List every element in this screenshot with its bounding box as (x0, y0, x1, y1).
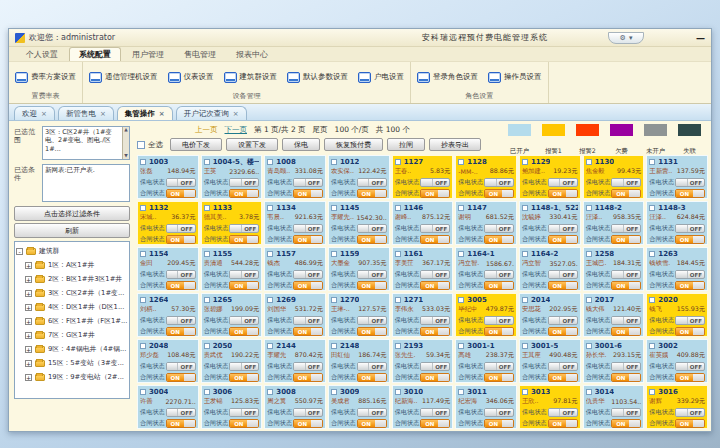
meter-card[interactable]: 1164-2 冯立智 3527.05. 保电状态 OFF 合闸状态 ON (519, 247, 581, 291)
scroll-up-icon[interactable]: ▲ (124, 127, 127, 133)
card-checkbox[interactable] (586, 389, 592, 395)
card-checkbox[interactable] (331, 297, 337, 303)
meter-card[interactable]: 3008 周之翼 550.97元 保电状态 OFF 合闸状态 ON (264, 385, 326, 429)
meter-card[interactable]: 3001-5 王其座 490.48元 保电状态 OFF 合闸状态 ON (519, 339, 581, 383)
switch-toggle[interactable]: ON (229, 327, 259, 336)
switch-toggle[interactable]: ON (293, 327, 323, 336)
skin-button[interactable]: ⚙ ▾ (608, 32, 644, 44)
protect-toggle[interactable]: OFF (611, 270, 641, 279)
scroll-down-icon[interactable]: ▼ (124, 153, 127, 159)
protect-toggle[interactable]: OFF (166, 362, 196, 371)
switch-toggle[interactable]: ON (229, 189, 259, 198)
switch-toggle[interactable]: ON (611, 281, 641, 290)
protect-toggle[interactable]: OFF (357, 270, 387, 279)
toolbar-button[interactable]: 保电 (282, 138, 320, 151)
protect-toggle[interactable]: OFF (548, 408, 578, 417)
protect-toggle[interactable]: OFF (675, 224, 705, 233)
switch-toggle[interactable]: ON (229, 419, 259, 428)
meter-card[interactable]: 1129 鲍加建.. 19.23元 保电状态 OFF 合闸状态 ON (519, 155, 581, 199)
meter-card[interactable]: 2048 郑少磊 108.48元 保电状态 OFF 合闸状态 ON (137, 339, 199, 383)
tree-root[interactable]: - 建筑群 (16, 244, 128, 258)
protect-toggle[interactable]: OFF (166, 316, 196, 325)
card-checkbox[interactable] (395, 389, 401, 395)
card-checkbox[interactable] (204, 205, 210, 211)
expand-icon[interactable]: + (25, 318, 32, 325)
card-checkbox[interactable] (331, 389, 337, 395)
switch-toggle[interactable]: ON (484, 281, 514, 290)
protect-toggle[interactable]: OFF (229, 408, 259, 417)
card-checkbox[interactable] (458, 251, 464, 257)
switch-toggle[interactable]: ON (166, 419, 196, 428)
selected-range-box[interactable]: 3区：C区2#井（1#变电、2#变电、图电./区1#... ▲ ▼ (42, 126, 130, 160)
protect-toggle[interactable]: OFF (611, 316, 641, 325)
card-checkbox[interactable] (204, 251, 210, 257)
switch-toggle[interactable]: ON (548, 373, 578, 382)
card-checkbox[interactable] (395, 297, 401, 303)
protect-toggle[interactable]: OFF (548, 316, 578, 325)
ribbon-button[interactable]: 操作员设置 (488, 72, 542, 83)
switch-toggle[interactable]: ON (484, 419, 514, 428)
collapse-icon[interactable]: - (16, 248, 23, 255)
protect-toggle[interactable]: OFF (166, 270, 196, 279)
card-checkbox[interactable] (267, 159, 273, 165)
meter-card[interactable]: 2144 李耀先 870.42元 保电状态 OFF 合闸状态 ON (264, 339, 326, 383)
tree-item[interactable]: + 4区：D区1#井（D区1... (16, 300, 128, 314)
meter-card[interactable]: 1148-3 汪泽.. 624.84元 保电状态 OFF 合闸状态 ON (646, 201, 708, 245)
card-checkbox[interactable] (649, 159, 655, 165)
switch-toggle[interactable]: ON (420, 189, 450, 198)
card-checkbox[interactable] (649, 251, 655, 257)
menu-tab[interactable]: 售电管理 (175, 48, 225, 61)
card-checkbox[interactable] (204, 389, 210, 395)
close-icon[interactable]: × (41, 110, 47, 118)
card-checkbox[interactable] (395, 343, 401, 349)
switch-toggle[interactable]: ON (420, 327, 450, 336)
meter-card[interactable]: 1130 焦金毅 99.43元 保电状态 OFF 合闸状态 ON (583, 155, 645, 199)
meter-card[interactable]: 1146 谢峰.. 875.12元 保电状态 OFF 合闸状态 ON (392, 201, 454, 245)
switch-toggle[interactable]: ON (548, 189, 578, 198)
switch-toggle[interactable]: ON (293, 373, 323, 382)
meter-card[interactable]: 3009 吴成君 885.16元 保电状态 OFF 合闸状态 ON (328, 385, 390, 429)
switch-toggle[interactable]: ON (166, 235, 196, 244)
meter-card[interactable]: 3004 许善 2270.71.. 保电状态 OFF 合闸状态 ON (137, 385, 199, 429)
expand-icon[interactable]: + (25, 262, 32, 269)
meter-card[interactable]: 1155 贵清通 544.28元 保电状态 OFF 合闸状态 ON (201, 247, 263, 291)
meter-card[interactable]: 1147 谢明 681.52元 保电状态 OFF 合闸状态 ON (455, 201, 517, 245)
protect-toggle[interactable]: OFF (548, 178, 578, 187)
switch-toggle[interactable]: ON (293, 189, 323, 198)
ribbon-button[interactable]: 费率方案设置 (15, 72, 76, 83)
meter-card[interactable]: 3006 王发锦 125.83元 保电状态 OFF 合闸状态 ON (201, 385, 263, 429)
switch-toggle[interactable]: ON (548, 281, 578, 290)
switch-toggle[interactable]: ON (675, 281, 705, 290)
protect-toggle[interactable]: OFF (675, 178, 705, 187)
filter-button[interactable]: 点击选择过滤条件 (14, 206, 130, 221)
ribbon-button[interactable]: 登录角色设置 (417, 72, 478, 83)
card-checkbox[interactable] (458, 205, 464, 211)
protect-toggle[interactable]: OFF (293, 316, 323, 325)
selected-condition-box[interactable]: 新网表:已开户表. (42, 164, 130, 202)
card-checkbox[interactable] (586, 343, 592, 349)
protect-toggle[interactable]: OFF (166, 408, 196, 417)
tree-item[interactable]: + 15区：5#变站（3#变... (16, 356, 128, 370)
protect-toggle[interactable]: OFF (357, 178, 387, 187)
meter-card[interactable]: 1164-1 冯立智. 1586.67. 保电状态 OFF 合闸状态 ON (455, 247, 517, 291)
meter-card[interactable]: 1132 宋城.. 36.37元 保电状态 OFF 合闸状态 ON (137, 201, 199, 245)
protect-toggle[interactable]: OFF (611, 178, 641, 187)
switch-toggle[interactable]: ON (611, 327, 641, 336)
card-checkbox[interactable] (586, 251, 592, 257)
meter-card[interactable]: 1003 张磊 148.94元 保电状态 OFF 合闸状态 ON (137, 155, 199, 199)
meter-card[interactable]: 3005 毕纪中 479.87元 保电状态 OFF 合闸状态 ON (455, 293, 517, 337)
protect-toggle[interactable]: OFF (420, 224, 450, 233)
meter-card[interactable]: 2148 田红仙 186.74元 保电状态 OFF 合闸状态 ON (328, 339, 390, 383)
prev-page-link[interactable]: 上一页 (195, 125, 218, 135)
card-checkbox[interactable] (267, 343, 273, 349)
protect-toggle[interactable]: OFF (484, 362, 514, 371)
switch-toggle[interactable]: ON (548, 419, 578, 428)
card-checkbox[interactable] (458, 159, 464, 165)
switch-toggle[interactable]: ON (293, 281, 323, 290)
meter-card[interactable]: 1263 钱铁雪. 184.45元 保电状态 OFF 合闸状态 ON (646, 247, 708, 291)
meter-card[interactable]: 2014 安思花 202.95元 保电状态 OFF 合闸状态 ON (519, 293, 581, 337)
protect-toggle[interactable]: OFF (293, 362, 323, 371)
meter-card[interactable]: 1270 王琳-.. 127.57元 保电状态 OFF 合闸状态 ON (328, 293, 390, 337)
protect-toggle[interactable]: OFF (293, 224, 323, 233)
close-icon[interactable]: × (233, 110, 239, 118)
